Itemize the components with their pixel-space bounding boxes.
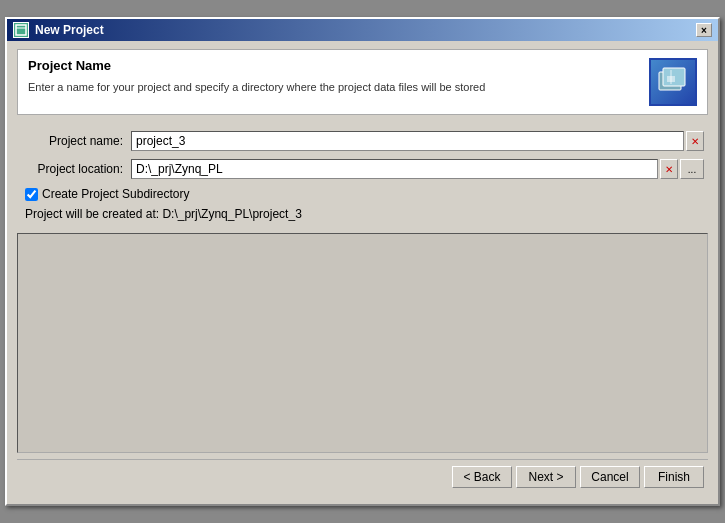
header-description: Enter a name for your project and specif… [28, 79, 639, 96]
title-bar: New Project × [7, 19, 718, 41]
close-button[interactable]: × [696, 23, 712, 37]
project-name-clear-button[interactable]: ✕ [686, 131, 704, 151]
window-icon [13, 22, 29, 38]
dialog-footer: < Back Next > Cancel Finish [17, 459, 708, 496]
main-content-area [17, 233, 708, 453]
project-location-input[interactable] [131, 159, 658, 179]
project-name-input-wrap: ✕ [131, 131, 704, 151]
project-path-info: Project will be created at: D:\_prj\Zynq… [25, 207, 700, 221]
window-title: New Project [35, 23, 104, 37]
project-location-clear-button[interactable]: ✕ [660, 159, 678, 179]
back-button[interactable]: < Back [452, 466, 512, 488]
header-icon [649, 58, 697, 106]
header-title: Project Name [28, 58, 639, 73]
subdirectory-checkbox-row: Create Project Subdirectory [25, 187, 700, 201]
next-button[interactable]: Next > [516, 466, 576, 488]
svg-rect-0 [16, 25, 26, 35]
cancel-button[interactable]: Cancel [580, 466, 640, 488]
browse-button[interactable]: ... [680, 159, 704, 179]
finish-button[interactable]: Finish [644, 466, 704, 488]
project-name-row: Project name: ✕ [21, 131, 704, 151]
project-location-row: Project location: ✕ ... [21, 159, 704, 179]
form-section: Project name: ✕ Project location: ✕ ... [17, 125, 708, 227]
header-text-block: Project Name Enter a name for your proje… [28, 58, 639, 96]
project-name-label: Project name: [21, 134, 131, 148]
dialog-content: Project Name Enter a name for your proje… [7, 41, 718, 504]
project-location-label: Project location: [21, 162, 131, 176]
new-project-window: New Project × Project Name Enter a name … [5, 17, 720, 506]
header-section: Project Name Enter a name for your proje… [17, 49, 708, 115]
subdirectory-checkbox-label: Create Project Subdirectory [42, 187, 189, 201]
subdirectory-checkbox[interactable] [25, 188, 38, 201]
project-name-input[interactable] [131, 131, 684, 151]
project-location-input-wrap: ✕ ... [131, 159, 704, 179]
